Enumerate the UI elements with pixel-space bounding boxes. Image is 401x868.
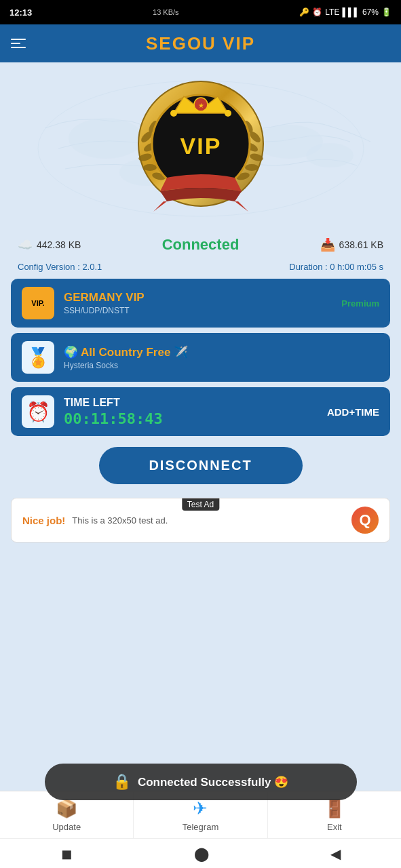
download-stat: 📥 638.61 KB — [320, 237, 383, 252]
toast-icon: 🔒 — [113, 773, 131, 791]
vip-badge: VIP ★ — [133, 76, 269, 221]
status-network: 13 KB/s — [153, 8, 179, 16]
svg-text:VIP: VIP — [180, 133, 221, 159]
time-label: TIME LEFT — [64, 397, 327, 409]
svg-point-24 — [225, 110, 231, 117]
vip-badge-container: VIP ★ — [11, 62, 390, 228]
battery-icon: 67% — [362, 7, 379, 17]
update-icon: 📦 — [56, 798, 77, 819]
alarm-icon: ⏰ — [312, 7, 322, 17]
add-time-button[interactable]: ADD+TIME — [327, 406, 379, 418]
info-row: Config Version : 2.0.1 Duration : 0 h:00… — [11, 259, 390, 279]
top-nav: SEGOU VIP — [0, 24, 401, 62]
toast-text: Connected Successfully 😍 — [138, 775, 288, 789]
menu-line-2 — [11, 43, 20, 44]
svg-point-22 — [170, 110, 177, 117]
server-protocol-1: SSH/UDP/DNSTT — [64, 306, 341, 315]
server-badge-1: Premium — [341, 298, 379, 309]
time-icon: ⏰ — [22, 395, 54, 428]
telegram-icon: ✈ — [193, 798, 208, 819]
lte-icon: LTE — [325, 7, 339, 17]
server-card-2[interactable]: 🏅 🌍 All Country Free ✈️ Hysteria Socks — [11, 333, 390, 382]
nav-update-label: Update — [52, 822, 81, 832]
ad-icon: Q — [351, 507, 379, 534]
key-icon: 🔑 — [299, 7, 309, 17]
system-nav: ◼ ⬤ ◀ — [0, 838, 401, 868]
server-icon-wrap-1: VIP. — [22, 287, 64, 319]
status-icons: 🔑 ⏰ LTE ▌▌▌ 67% 🔋 — [299, 7, 392, 17]
upload-value: 442.38 KB — [37, 239, 81, 250]
connected-status: Connected — [162, 236, 240, 254]
status-time: 12:13 — [9, 7, 32, 18]
nav-recents-button[interactable]: ◼ — [61, 846, 73, 862]
ad-label: Test Ad — [182, 498, 219, 511]
svg-point-5 — [306, 143, 354, 167]
app-title: SEGOU VIP — [146, 33, 255, 54]
menu-line-3 — [11, 47, 26, 48]
battery-bar: 🔋 — [381, 7, 392, 17]
stats-row: ☁️ 442.38 KB Connected 📥 638.61 KB — [11, 231, 390, 259]
status-bar: 12:13 13 KB/s 🔑 ⏰ LTE ▌▌▌ 67% 🔋 — [0, 0, 401, 24]
server-info-1: GERMANY VIP SSH/UDP/DNSTT — [64, 291, 341, 315]
server-icon-2: 🏅 — [22, 341, 54, 374]
vip-icon-text: VIP. — [31, 299, 44, 307]
svg-text:★: ★ — [197, 102, 204, 109]
upload-icon: ☁️ — [18, 237, 33, 252]
ad-banner: Test Ad Nice job! This is a 320x50 test … — [11, 498, 390, 542]
svg-point-19 — [245, 164, 259, 171]
menu-line-1 — [11, 39, 26, 40]
svg-point-1 — [69, 118, 143, 159]
nav-telegram-label: Telegram — [183, 822, 218, 832]
server-name-1: GERMANY VIP — [64, 291, 341, 304]
nav-back-button[interactable]: ◀ — [330, 846, 341, 862]
server-name-2: 🌍 All Country Free ✈️ — [64, 345, 379, 359]
server-card-1[interactable]: VIP. GERMANY VIP SSH/UDP/DNSTT Premium — [11, 279, 390, 328]
server-info-2: 🌍 All Country Free ✈️ Hysteria Socks — [64, 345, 379, 370]
nav-exit-label: Exit — [327, 822, 342, 832]
ad-brand-icon: Q — [359, 511, 370, 529]
svg-point-12 — [143, 164, 157, 171]
download-icon: 📥 — [320, 237, 335, 252]
duration: Duration : 0 h:00 m:05 s — [289, 262, 383, 272]
time-card[interactable]: ⏰ TIME LEFT 00:11:58:43 ADD+TIME — [11, 387, 390, 436]
download-value: 638.61 KB — [339, 239, 383, 250]
signal-icon: ▌▌▌ — [342, 7, 360, 17]
ad-nice-text: Nice job! — [22, 515, 65, 526]
exit-icon: 🚪 — [324, 798, 345, 819]
menu-button[interactable] — [11, 39, 26, 48]
toast-message: 🔒 Connected Successfully 😍 — [45, 764, 357, 800]
main-content: VIP ★ — [0, 62, 401, 567]
globe-icon: 🏅 — [26, 347, 50, 369]
time-value: 00:11:58:43 — [64, 410, 327, 427]
ad-text: This is a 320x50 test ad. — [72, 515, 351, 526]
upload-stat: ☁️ 442.38 KB — [18, 237, 81, 252]
nav-home-button[interactable]: ⬤ — [194, 846, 209, 862]
disconnect-button[interactable]: DISCONNECT — [99, 447, 303, 484]
time-info: TIME LEFT 00:11:58:43 — [64, 397, 327, 427]
server-icon-1: VIP. — [22, 287, 54, 319]
server-protocol-2: Hysteria Socks — [64, 361, 379, 370]
config-version: Config Version : 2.0.1 — [18, 262, 102, 272]
